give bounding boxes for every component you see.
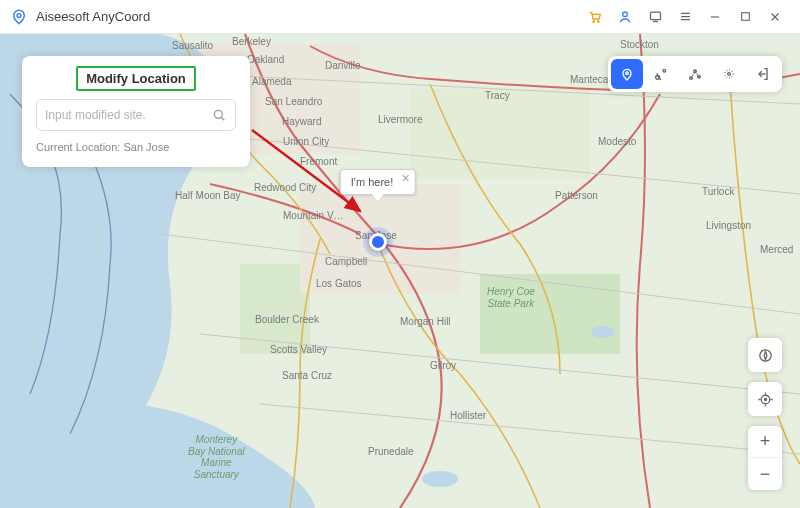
maximize-icon[interactable] [730,2,760,32]
compass-button[interactable] [748,338,782,372]
exit-mode-button[interactable] [747,59,779,89]
svg-point-23 [725,70,733,78]
modify-location-panel: Modify Location Current Location: San Jo… [22,56,250,167]
popup-close-icon[interactable]: ✕ [401,173,410,184]
svg-point-18 [663,69,666,72]
location-search-input[interactable] [45,108,211,122]
svg-point-2 [598,21,599,22]
current-location-label: Current Location: San Jose [36,141,236,153]
svg-point-22 [728,73,731,76]
svg-point-0 [17,13,21,17]
minimize-icon[interactable] [700,2,730,32]
svg-rect-4 [650,12,660,20]
svg-rect-7 [480,274,620,354]
location-marker[interactable] [369,233,387,251]
joystick-mode-button[interactable] [713,59,745,89]
one-stop-mode-button[interactable] [645,59,677,89]
search-icon[interactable] [211,107,227,123]
cart-icon[interactable] [580,2,610,32]
locate-me-button[interactable] [748,382,782,416]
title-bar: Aiseesoft AnyCoord [0,0,800,34]
mode-toolbar [608,56,782,92]
svg-point-12 [591,326,615,338]
svg-point-26 [764,398,766,400]
map-viewport[interactable]: Sausalito Berkeley Oakland Alameda San L… [0,34,800,508]
multi-stop-mode-button[interactable] [679,59,711,89]
svg-point-1 [593,21,594,22]
svg-point-16 [626,72,629,75]
zoom-in-button[interactable]: + [748,426,782,458]
app-logo-icon [10,8,28,26]
feedback-icon[interactable] [640,2,670,32]
marker-popup: I'm here! ✕ [340,169,416,202]
app-title: Aiseesoft AnyCoord [36,9,150,24]
search-field-row [36,99,236,131]
account-icon[interactable] [610,2,640,32]
svg-rect-5 [741,13,749,21]
menu-icon[interactable] [670,2,700,32]
close-icon[interactable] [760,2,790,32]
popup-text: I'm here! [351,176,393,188]
zoom-control: + − [748,426,782,490]
modify-location-mode-button[interactable] [611,59,643,89]
svg-point-3 [623,12,628,17]
panel-title: Modify Location [76,66,196,91]
svg-point-13 [422,471,458,487]
zoom-out-button[interactable]: − [748,458,782,490]
svg-rect-8 [240,264,310,354]
map-controls: + − [748,338,782,490]
svg-point-14 [214,110,222,118]
